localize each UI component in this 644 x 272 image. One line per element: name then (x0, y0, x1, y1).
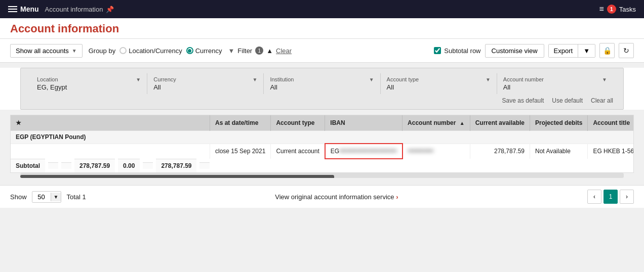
filter-account-number-chevron-icon[interactable]: ▼ (602, 77, 607, 82)
page-1-button[interactable]: 1 (603, 190, 618, 204)
subtotal-label: Subtotal (11, 159, 45, 172)
footer: Show ▼ Total 1 View original account inf… (0, 185, 644, 208)
radio-currency-icon (186, 47, 193, 54)
filter-location-value: EG, Egypt (37, 83, 141, 91)
filter-location[interactable]: Location ▼ EG, Egypt (31, 73, 147, 94)
view-original-link[interactable]: View original account information servic… (275, 193, 398, 201)
filter-institution[interactable]: Institution ▼ All (264, 73, 380, 94)
group-row-egp: EGP (EGYPTIAN Pound) (11, 131, 634, 144)
table-wrapper: ★ As at date/time Account type IBAN Acco… (10, 115, 634, 173)
subtotal-projected (199, 162, 210, 169)
group-by-section: Group by Location/Currency Currency (89, 47, 222, 55)
subtotal-closing-available: 278,787.59 (156, 159, 196, 172)
horizontal-scrollbar-track[interactable] (20, 173, 624, 178)
radio-location-currency-icon (119, 47, 127, 54)
filter-institution-value: All (270, 83, 374, 91)
col-account-number[interactable]: Account number ▲ (402, 115, 470, 131)
filter-currency-header: Currency ▼ (153, 76, 257, 82)
filter-account-number[interactable]: Account number ▼ All (497, 73, 613, 94)
filter-currency[interactable]: Currency ▼ All (147, 73, 264, 94)
chevron-down-icon: ▼ (72, 48, 77, 54)
subtotal-row-checkbox[interactable] (434, 47, 441, 54)
cell-projected-debits: Not Available (530, 144, 588, 159)
clear-all-button[interactable]: Clear all (591, 97, 613, 104)
view-original-arrow: › (396, 193, 398, 201)
filter-currency-chevron-icon[interactable]: ▼ (253, 77, 258, 82)
per-page-chevron[interactable]: ▼ (51, 193, 61, 201)
group-by-location-currency-label: Location/Currency (129, 47, 182, 55)
group-by-location-currency[interactable]: Location/Currency (119, 47, 182, 55)
col-as-at[interactable]: As at date/time (210, 115, 270, 131)
next-page-button[interactable]: › (620, 190, 634, 204)
subtotal-projected-debits: 0.00 (118, 159, 140, 172)
nav-right: ≡ 1 Tasks (599, 5, 636, 14)
filter-currency-value: All (153, 83, 257, 91)
col-iban[interactable]: IBAN (325, 115, 402, 131)
prev-page-button[interactable]: ‹ (587, 190, 601, 204)
col-current-available[interactable]: Current available (470, 115, 530, 131)
filter-location-label: Location (37, 76, 58, 82)
filter-institution-header: Institution ▼ (270, 76, 374, 82)
filter-icon: ▼ (228, 47, 234, 55)
refresh-icon-button[interactable]: ↻ (619, 43, 634, 58)
total-label: Total 1 (66, 193, 86, 201)
subtotal-account-number (61, 162, 71, 169)
horizontal-scrollbar-thumb[interactable] (20, 175, 334, 178)
filter-actions: Save as default Use default Clear all (31, 94, 613, 104)
filter-account-type-header: Account type ▼ (387, 76, 491, 82)
filter-institution-chevron-icon[interactable]: ▼ (369, 77, 374, 82)
col-account-type[interactable]: Account type (271, 115, 325, 131)
sort-icon: ▲ (460, 120, 465, 126)
menu-label: Menu (20, 5, 39, 13)
col-projected-debits[interactable]: Projected debits (530, 115, 588, 131)
main-content: ★ As at date/time Account type IBAN Acco… (0, 115, 644, 183)
filter-bar: Location ▼ EG, Egypt Currency ▼ All Inst… (20, 68, 624, 110)
filter-expand-icon: ▲ (266, 47, 273, 55)
subtotal-row-toggle[interactable]: Subtotal row (434, 47, 480, 55)
cell-iban: EG••••••••••••••••••••••••••• (325, 144, 402, 159)
account-number-value: •••••••••••• (408, 148, 433, 155)
page-header: Account information (0, 18, 644, 39)
iban-value: EG••••••••••••••••••••••••••• (331, 148, 397, 155)
lock-icon-button[interactable]: 🔒 (599, 43, 615, 58)
subtotal-iban (48, 162, 58, 169)
per-page-select[interactable]: ▼ (32, 191, 62, 203)
export-button-group: Export ▼ (548, 44, 595, 58)
pagination: ‹ 1 › (587, 190, 634, 204)
filter-row: Location ▼ EG, Egypt Currency ▼ All Inst… (31, 73, 613, 94)
filter-count-badge: 1 (255, 47, 263, 55)
subtotal-account-title (143, 162, 153, 169)
cell-account-number: •••••••••••• (402, 144, 470, 159)
col-star[interactable]: ★ (11, 115, 210, 131)
filter-location-chevron-icon[interactable]: ▼ (136, 77, 141, 82)
filter-section: ▼ Filter 1 ▲ Clear (228, 47, 292, 55)
pin-icon[interactable]: 📌 (106, 6, 114, 13)
filter-account-number-value: All (503, 83, 607, 91)
export-button[interactable]: Export (549, 44, 578, 57)
menu-button[interactable]: Menu (8, 5, 39, 13)
tasks-button[interactable]: ≡ 1 Tasks (599, 5, 636, 14)
per-page-input[interactable] (32, 192, 51, 202)
table-header-row: ★ As at date/time Account type IBAN Acco… (11, 115, 634, 131)
show-all-accounts-button[interactable]: Show all accounts ▼ (10, 44, 83, 58)
group-by-currency[interactable]: Currency (186, 47, 222, 55)
toolbar: Show all accounts ▼ Group by Location/Cu… (0, 39, 644, 63)
filter-account-type[interactable]: Account type ▼ All (381, 73, 497, 94)
filter-account-type-chevron-icon[interactable]: ▼ (486, 77, 491, 82)
tasks-label: Tasks (619, 6, 636, 13)
use-default-button[interactable]: Use default (552, 97, 583, 104)
subtotal-row: Subtotal 278,787.59 0.00 278,787.59 (11, 159, 210, 172)
filter-account-number-label: Account number (503, 76, 544, 82)
breadcrumb: Account information 📌 (45, 6, 114, 13)
filter-bar-wrapper: Location ▼ EG, Egypt Currency ▼ All Inst… (0, 68, 644, 110)
show-all-accounts-label: Show all accounts (16, 47, 69, 55)
clear-filter-button[interactable]: Clear (276, 47, 292, 55)
filter-account-type-value: All (387, 83, 491, 91)
customise-view-button[interactable]: Customise view (485, 44, 544, 58)
export-chevron-button[interactable]: ▼ (578, 44, 595, 57)
table-row: close 15 Sep 2021 Current account EG••••… (11, 144, 634, 159)
cell-star[interactable] (11, 144, 210, 159)
save-as-default-button[interactable]: Save as default (502, 97, 544, 104)
tasks-badge: 1 (607, 5, 616, 14)
col-account-title[interactable]: Account title ▼ (588, 115, 634, 131)
